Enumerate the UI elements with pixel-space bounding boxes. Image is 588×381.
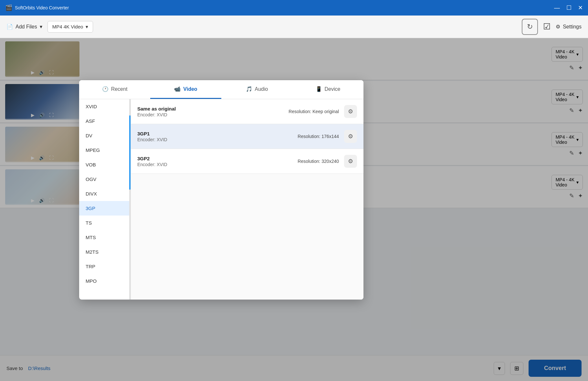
preset-info: 3GP2 Encoder: XVID bbox=[137, 156, 298, 167]
refresh-icon: ↻ bbox=[527, 23, 533, 31]
format-item-trp[interactable]: TRP bbox=[79, 259, 131, 274]
format-item-ts[interactable]: TS bbox=[79, 216, 131, 230]
preset-resolution: Resolution: 320x240 bbox=[298, 159, 339, 164]
preset-info: 3GP1 Encoder: XVID bbox=[137, 131, 298, 142]
preset-name: Same as original bbox=[137, 106, 289, 111]
gear-icon: ⚙ bbox=[348, 133, 353, 140]
format-picker-modal: 🕐 Recent 📹 Video 🎵 Audio 📱 Device XVID A… bbox=[79, 80, 363, 300]
format-item-mts[interactable]: MTS bbox=[79, 230, 131, 245]
preset-resolution: Resolution: 176x144 bbox=[298, 134, 339, 139]
preset-settings-button[interactable]: ⚙ bbox=[344, 130, 357, 143]
preset-encoder: Encoder: XVID bbox=[137, 137, 298, 142]
title-bar-controls: — ☐ ✕ bbox=[554, 5, 583, 11]
format-item-mpeg[interactable]: MPEG bbox=[79, 143, 131, 157]
preset-encoder: Encoder: XVID bbox=[137, 162, 298, 167]
title-bar-left: 🎬 SoftOrbits Video Converter bbox=[5, 4, 69, 11]
close-button[interactable]: ✕ bbox=[578, 5, 583, 11]
check-icon: ☑ bbox=[543, 22, 551, 31]
preset-item-3gp2[interactable]: 3GP2 Encoder: XVID Resolution: 320x240 ⚙ bbox=[131, 149, 363, 174]
format-item-3gp[interactable]: 3GP bbox=[79, 201, 131, 216]
tab-device[interactable]: 📱 Device bbox=[292, 80, 363, 99]
minimize-button[interactable]: — bbox=[554, 5, 560, 11]
maximize-button[interactable]: ☐ bbox=[566, 5, 572, 11]
format-item-divx[interactable]: DIVX bbox=[79, 186, 131, 201]
tab-recent-label: Recent bbox=[111, 86, 128, 92]
add-files-chevron-icon: ▾ bbox=[40, 24, 42, 30]
gear-icon: ⚙ bbox=[348, 158, 353, 165]
preset-settings-button[interactable]: ⚙ bbox=[344, 155, 357, 168]
preset-info: Same as original Encoder: XVID bbox=[137, 106, 289, 117]
tab-audio-label: Audio bbox=[255, 86, 268, 92]
gear-icon: ⚙ bbox=[556, 24, 560, 30]
format-dropdown-label: MP4 4K Video bbox=[52, 24, 83, 29]
toolbar: 📄 Add Files ▾ MP4 4K Video ▾ ↻ ☑ ⚙ Setti… bbox=[0, 16, 588, 38]
gear-icon: ⚙ bbox=[348, 108, 353, 115]
settings-button[interactable]: ⚙ Settings bbox=[556, 24, 582, 30]
format-dropdown[interactable]: MP4 4K Video ▾ bbox=[47, 21, 93, 33]
preset-resolution: Resolution: Keep original bbox=[289, 109, 339, 114]
music-note-icon: 🎵 bbox=[246, 86, 252, 92]
app-title: SoftOrbits Video Converter bbox=[15, 5, 69, 10]
preset-encoder: Encoder: XVID bbox=[137, 112, 289, 117]
preset-item-same-as-original[interactable]: Same as original Encoder: XVID Resolutio… bbox=[131, 99, 363, 124]
format-sidebar: XVID ASF DV MPEG VOB OGV DIVX 3GP TS MTS… bbox=[79, 99, 131, 300]
add-files-button[interactable]: 📄 Add Files ▾ bbox=[6, 24, 42, 30]
recent-icon: 🕐 bbox=[102, 86, 109, 92]
app-icon: 🎬 bbox=[5, 4, 12, 11]
tab-recent[interactable]: 🕐 Recent bbox=[79, 80, 150, 99]
video-camera-icon: 📹 bbox=[174, 86, 181, 92]
preset-settings-button[interactable]: ⚙ bbox=[344, 105, 357, 118]
check-button[interactable]: ☑ bbox=[543, 22, 551, 32]
tab-audio[interactable]: 🎵 Audio bbox=[221, 80, 292, 99]
preset-name: 3GP1 bbox=[137, 131, 298, 136]
modal-body: XVID ASF DV MPEG VOB OGV DIVX 3GP TS MTS… bbox=[79, 99, 363, 300]
format-item-mpo[interactable]: MPO bbox=[79, 274, 131, 288]
phone-icon: 📱 bbox=[316, 86, 322, 92]
format-item-vob[interactable]: VOB bbox=[79, 157, 131, 172]
add-files-icon: 📄 bbox=[6, 24, 13, 30]
format-item-xvid[interactable]: XVID bbox=[79, 99, 131, 114]
add-files-label: Add Files bbox=[16, 24, 37, 30]
tab-video[interactable]: 📹 Video bbox=[150, 80, 221, 99]
format-item-asf[interactable]: ASF bbox=[79, 114, 131, 128]
format-item-m2ts[interactable]: M2TS bbox=[79, 245, 131, 259]
refresh-button[interactable]: ↻ bbox=[522, 19, 538, 35]
sidebar-scrollbar-thumb bbox=[129, 115, 131, 190]
settings-label: Settings bbox=[563, 24, 582, 30]
sidebar-scrollbar bbox=[129, 99, 131, 300]
format-dropdown-chevron-icon: ▾ bbox=[86, 24, 88, 30]
title-bar: 🎬 SoftOrbits Video Converter — ☐ ✕ bbox=[0, 0, 588, 16]
format-item-dv[interactable]: DV bbox=[79, 128, 131, 143]
tab-device-label: Device bbox=[325, 86, 341, 92]
preset-name: 3GP2 bbox=[137, 156, 298, 161]
format-presets: Same as original Encoder: XVID Resolutio… bbox=[131, 99, 363, 300]
format-item-ogv[interactable]: OGV bbox=[79, 172, 131, 186]
tab-video-label: Video bbox=[183, 86, 197, 92]
main-content: ▶ 🔊 ⛶ MP4 - 4KVideo ▾ ✎ ✦ bbox=[0, 38, 588, 381]
preset-item-3gp1[interactable]: 3GP1 Encoder: XVID Resolution: 176x144 ⚙ bbox=[131, 124, 363, 149]
modal-tabs: 🕐 Recent 📹 Video 🎵 Audio 📱 Device bbox=[79, 80, 363, 99]
